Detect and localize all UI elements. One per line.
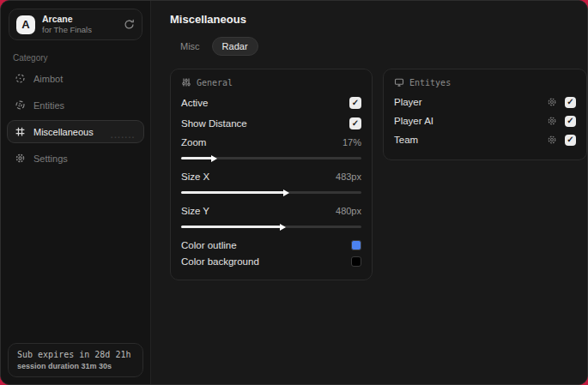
app-brand-card: A Arcane for The Finals	[9, 9, 142, 40]
panels-container: General Active ✓ Show Distance ✓	[170, 69, 587, 280]
app-subtitle: for The Finals	[42, 25, 92, 35]
slider-label-row: Size Y 480px	[181, 202, 361, 220]
monitor-icon	[394, 77, 404, 87]
checkmark-icon: ✓	[567, 135, 573, 144]
size-x-slider-group: Size X 483px	[181, 168, 361, 194]
slider-value: 483px	[336, 171, 361, 182]
tab-bar: Misc Radar	[170, 37, 587, 56]
sidebar-item-label: Miscellaneous	[33, 127, 94, 137]
slider-value: 480px	[336, 206, 361, 216]
entity-row-player-ai: Player AI ✓	[394, 111, 576, 130]
show-distance-checkbox[interactable]: ✓	[349, 117, 361, 129]
grid-icon	[15, 126, 26, 137]
radar-icon	[15, 99, 26, 111]
sidebar-item-label: Aimbot	[33, 74, 63, 84]
tab-misc[interactable]: Misc	[170, 37, 210, 56]
checkmark-icon: ✓	[567, 117, 573, 125]
general-panel: General Active ✓ Show Distance ✓	[170, 69, 373, 280]
entity-row-player: Player ✓	[394, 93, 576, 111]
slider-fill	[181, 157, 212, 159]
slider-label-row: Size X 483px	[181, 168, 361, 185]
color-background-swatch[interactable]	[351, 256, 361, 267]
setting-row-color-outline: Color outline	[181, 237, 361, 253]
main-content: Miscellaneous Misc Radar General	[151, 1, 588, 384]
team-checkbox[interactable]: ✓	[565, 135, 576, 146]
refresh-icon[interactable]	[124, 19, 135, 30]
slider-thumb[interactable]	[283, 189, 289, 196]
category-label: Category	[13, 53, 150, 63]
entities-panel: Entityes Player ✓	[383, 69, 587, 160]
sidebar-nav: Aimbot Entities	[1, 66, 150, 171]
desktop-background: A Arcane for The Finals Category	[0, 0, 588, 385]
slider-value: 17%	[342, 137, 361, 147]
setting-label: Show Distance	[181, 118, 247, 129]
sidebar-item-aimbot[interactable]: Aimbot	[7, 67, 144, 90]
gear-icon[interactable]	[547, 135, 557, 145]
setting-row-color-background: Color background	[181, 253, 361, 269]
setting-label: Color outline	[181, 240, 237, 250]
entity-row-team: Team ✓	[394, 130, 576, 149]
setting-label: Color background	[181, 256, 259, 267]
panel-title: General	[197, 78, 233, 87]
subscription-info-card: Sub expires in 28d 21h session duration …	[8, 343, 143, 377]
setting-label: Size X	[181, 171, 209, 182]
sliders-icon	[181, 77, 191, 87]
entities-panel-header: Entityes	[394, 77, 576, 87]
checkmark-icon: ✓	[352, 99, 359, 107]
entity-label: Player	[394, 97, 547, 107]
app-name: Arcane	[42, 14, 92, 25]
sidebar-item-entities[interactable]: Entities	[7, 93, 144, 117]
general-panel-header: General	[181, 77, 361, 87]
sidebar-item-miscellaneous[interactable]: Miscellaneous ▪▪▪▪▪▪▪	[7, 120, 144, 143]
slider-fill	[181, 226, 281, 228]
app-logo: A	[16, 15, 35, 34]
sidebar-item-label: Settings	[33, 153, 68, 164]
sidebar-item-label: Entities	[33, 100, 64, 111]
sub-expiry-text: Sub expires in 28d 21h	[17, 350, 134, 359]
setting-row-show-distance: Show Distance ✓	[181, 113, 361, 134]
entity-label: Player AI	[394, 116, 547, 126]
active-checkbox[interactable]: ✓	[349, 97, 361, 109]
size-y-slider[interactable]	[181, 226, 361, 228]
player-checkbox[interactable]: ✓	[565, 97, 576, 108]
slider-fill	[181, 191, 284, 194]
size-y-slider-group: Size Y 480px	[181, 202, 361, 228]
page-title: Miscellaneous	[170, 13, 587, 26]
checkmark-icon: ✓	[352, 119, 359, 128]
zoom-slider-group: Zoom 17%	[181, 134, 361, 159]
app-window: A Arcane for The Finals Category	[0, 0, 588, 385]
player-ai-checkbox[interactable]: ✓	[565, 116, 576, 127]
color-outline-swatch[interactable]	[351, 240, 361, 250]
tab-radar[interactable]: Radar	[212, 37, 258, 56]
dots-decoration: ▪▪▪▪▪▪▪	[111, 135, 136, 140]
gear-icon[interactable]	[547, 97, 557, 107]
setting-label: Active	[181, 98, 208, 108]
setting-label: Zoom	[181, 137, 206, 147]
zoom-slider[interactable]	[181, 157, 361, 159]
size-x-slider[interactable]	[181, 191, 361, 194]
setting-label: Size Y	[181, 206, 209, 216]
checkmark-icon: ✓	[567, 98, 573, 106]
panel-title: Entityes	[409, 78, 451, 87]
slider-label-row: Zoom 17%	[181, 134, 361, 151]
session-duration-text: session duration 31m 30s	[17, 362, 134, 370]
sidebar: A Arcane for The Finals Category	[1, 1, 151, 384]
gear-icon	[15, 153, 26, 164]
setting-row-active: Active ✓	[181, 93, 361, 113]
sidebar-item-settings[interactable]: Settings	[7, 147, 144, 170]
slider-thumb[interactable]	[211, 155, 217, 162]
brand-text: Arcane for The Finals	[42, 14, 92, 35]
entity-label: Team	[394, 135, 547, 145]
gear-icon[interactable]	[547, 116, 557, 126]
crosshair-icon	[15, 73, 26, 84]
slider-thumb[interactable]	[280, 224, 286, 231]
